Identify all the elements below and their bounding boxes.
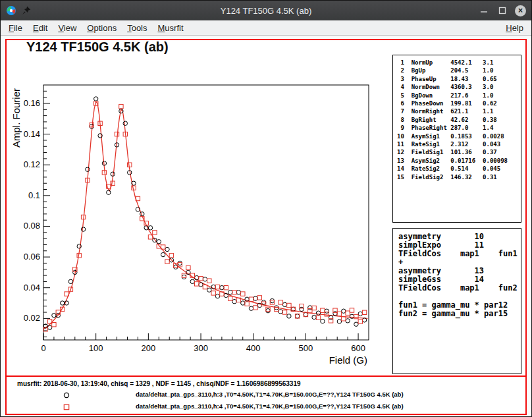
menu-items-left: FileEditViewOptionsToolsMusrfit — [3, 22, 189, 34]
param-row: 15 FieldSig2 146.32 0.31 — [397, 173, 521, 181]
svg-text:600: 600 — [351, 343, 365, 353]
menu-item-file[interactable]: File — [3, 22, 28, 34]
app-icon[interactable] — [6, 5, 16, 16]
svg-text:100: 100 — [89, 343, 103, 353]
svg-text:0.14: 0.14 — [24, 129, 40, 139]
fit-info: musrfit: 2018-06-30, 13:19:40, chisq = 1… — [17, 380, 301, 387]
app-window: Y124 TF150G 4.5K (ab) × FileEditViewOpti… — [0, 0, 532, 417]
legend-square-marker-icon — [63, 402, 70, 410]
legend: data/deltat_pta_gps_3110,h:3 ,T0=4.50K,T… — [7, 388, 525, 412]
menubar: FileEditViewOptionsToolsMusrfit Help — [1, 20, 531, 36]
menu-item-tools[interactable]: Tools — [122, 22, 152, 34]
minimize-button[interactable] — [478, 5, 490, 16]
param-row: 9 PhaseRight 287.0 1.4 — [397, 124, 521, 132]
plot-svg[interactable]: 01002003004005006000.020.040.060.080.10.… — [7, 40, 396, 375]
menu-item-musrfit[interactable]: Musrfit — [153, 22, 189, 34]
window-title: Y124 TF150G 4.5K (ab) — [1, 6, 531, 16]
info-pad: musrfit: 2018-06-30, 13:19:40, chisq = 1… — [7, 375, 525, 414]
svg-text:400: 400 — [246, 343, 261, 353]
svg-text:0.08: 0.08 — [24, 221, 40, 231]
legend-circle-marker-icon — [63, 390, 70, 398]
menu-item-edit[interactable]: Edit — [28, 22, 53, 34]
param-row: 7 NormRight 621.1 1.1 — [397, 107, 521, 115]
pin-icon[interactable] — [21, 5, 32, 16]
legend-text: data/deltat_pta_gps_3110,h:3 ,T0=4.50K,T… — [136, 391, 404, 398]
menu-items-right: Help — [500, 22, 529, 34]
legend-entry: data/deltat_pta_gps_3110,h:3 ,T0=4.50K,T… — [7, 388, 525, 400]
svg-text:0.1: 0.1 — [28, 190, 40, 200]
svg-text:Field (G): Field (G) — [329, 354, 367, 366]
theory-lines: asymmetry 10 simplExpo 11 TFieldCos map1… — [398, 233, 521, 318]
svg-text:0.12: 0.12 — [24, 159, 40, 169]
menu-item-view[interactable]: View — [53, 22, 82, 34]
svg-text:200: 200 — [142, 343, 156, 353]
param-row: 12 FieldSig1 101.36 0.37 — [397, 148, 521, 156]
svg-text:0.02: 0.02 — [24, 313, 40, 323]
window-controls: × — [478, 5, 526, 16]
theory-box[interactable]: asymmetry 10 simplExpo 11 TFieldCos map1… — [392, 228, 521, 374]
root-canvas[interactable]: 01002003004005006000.020.040.060.080.10.… — [5, 39, 527, 415]
param-row: 13 AsymSig2 0.01716 0.00098 — [397, 157, 521, 165]
param-row: 8 BgRight 42.62 0.38 — [397, 116, 521, 124]
svg-text:0.06: 0.06 — [24, 252, 40, 262]
svg-text:0: 0 — [41, 343, 45, 353]
legend-text: data/deltat_pta_gps_3110,h:4 ,T0=4.50K,T… — [136, 403, 404, 410]
param-row: 11 RateSig1 2.312 0.043 — [397, 140, 521, 148]
param-row: 3 PhaseUp 18.43 0.65 — [397, 75, 521, 83]
menu-item-help[interactable]: Help — [500, 22, 529, 34]
svg-text:0.16: 0.16 — [24, 98, 40, 108]
maximize-button[interactable] — [496, 5, 508, 16]
param-row: 5 BgDown 217.6 1.0 — [397, 92, 521, 99]
main-pad[interactable]: 01002003004005006000.020.040.060.080.10.… — [7, 40, 525, 375]
legend-entry: data/deltat_pta_gps_3110,h:4 ,T0=4.50K,T… — [7, 400, 525, 412]
svg-text:500: 500 — [299, 343, 313, 353]
plot-title: Y124 TF150G 4.5K (ab) — [26, 40, 169, 55]
param-row: 1 NormUp 4542.1 3.1 — [397, 59, 521, 67]
param-row: 14 RateSig2 0.514 0.045 — [397, 165, 521, 173]
canvas-wrap: 01002003004005006000.020.040.060.080.10.… — [1, 36, 531, 416]
titlebar[interactable]: Y124 TF150G 4.5K (ab) × — [1, 1, 531, 20]
param-box[interactable]: 1 NormUp 4542.1 3.1 2 BgUp 204.5 1.0 3 P… — [392, 55, 521, 223]
menu-item-options[interactable]: Options — [82, 22, 122, 34]
param-row: 6 PhaseDown 199.81 0.62 — [397, 99, 521, 107]
svg-text:300: 300 — [194, 343, 208, 353]
param-row: 10 AsymSig1 0.1853 0.0028 — [397, 132, 521, 140]
close-button[interactable]: × — [515, 5, 526, 16]
param-row: 4 NormDown 4360.3 3.0 — [397, 83, 521, 91]
svg-text:0.04: 0.04 — [24, 283, 40, 292]
param-rows: 1 NormUp 4542.1 3.1 2 BgUp 204.5 1.0 3 P… — [397, 59, 521, 181]
svg-text:Ampl. Fourier: Ampl. Fourier — [11, 88, 22, 148]
param-row: 2 BgUp 204.5 1.0 — [397, 67, 521, 74]
